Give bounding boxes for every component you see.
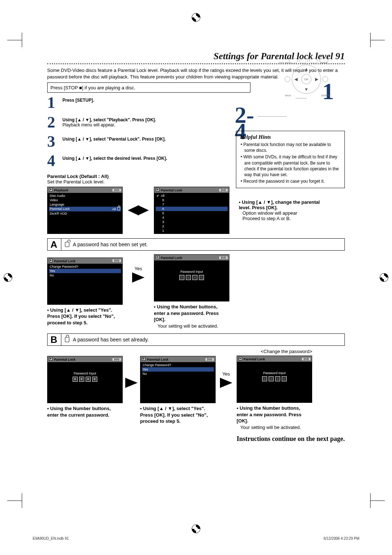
manual-page: Settings for Parental lock level 91 Some… [33,15,359,457]
crop-mark [370,33,385,47]
playback-icon [238,357,242,360]
check-icon: ✔ [156,194,159,198]
playback-icon [156,255,159,259]
osd-title: Parental Lock [54,358,75,361]
step-header-box: Press [STOP ■] if you are playing a disc… [47,82,250,93]
helpful-hints-box: Helpful Hints Parental lock function may… [236,131,345,188]
dpad-right-icon: ▶ [315,77,318,82]
remote-diagram: 1 2-4 ▲ ▼ ◀ ▶ OK DISC [236,51,345,123]
step-title: Press [SETUP]. [62,98,94,103]
section-a-header: A A password has not been set yet. [47,238,345,251]
pw-digit: - [179,275,184,280]
crop-mark [370,493,385,508]
bidirectional-arrow-icon [126,205,151,215]
osd-level: 3 [156,220,228,224]
locked-icon [65,337,69,342]
osd-title: Parental Lock [161,189,182,192]
caption-b2: • Using [▲ / ▼], select "Yes". Press [OK… [140,405,216,425]
playback-icon [142,357,146,361]
side-note: • Using [▲ / ▼], change the parental lev… [239,199,330,221]
crop-mark [7,33,22,47]
pw-digit: - [282,376,287,381]
osd-item: DivX® VOD [49,211,121,216]
callout-line [258,116,287,117]
pw-digit: - [262,376,267,381]
remote-ok-button: OK [301,74,311,84]
step-title: Using [▲ / ▼], select "Parental Lock". P… [62,137,166,142]
osd-yes-selected: Yes [49,269,121,273]
osd-row-main: Playback DVD Disc Audio Video Language P… [47,187,345,234]
step-number: 1 [47,96,62,109]
osd-item: Language [49,202,121,207]
step-note: Playback menu will appear. [62,122,115,127]
callout-line [296,98,307,98]
osd-yes-selected: Yes [142,367,214,372]
section-b-title: A password has been set already. [73,337,149,343]
playback-icon [49,357,53,361]
helpful-hints-title: Helpful Hints [240,134,341,140]
unlocked-icon [65,242,69,247]
osd-level: 5 [156,211,228,215]
remote-back-button [285,76,290,82]
osd-title: Parental Lock [147,358,168,361]
arrow-right-icon: Yes [217,378,235,388]
osd-heading: Change Password? [49,264,121,269]
step-header-text: Press [STOP ■] if you are playing a disc… [50,85,135,90]
osd-heading: Change Password? [142,363,214,367]
remote-disc-menu-label: DISC MENU [279,62,291,64]
registration-mark [380,273,388,282]
arrow-yes-label: Yes [222,371,230,377]
osd-level: 1 [156,228,228,233]
pw-digit: ✳ [92,377,97,382]
osd-title: Parental Lock [161,256,182,260]
next-page-note: Instructions continue on the next page. [47,435,345,443]
section-a-title: A password has not been set yet. [73,242,148,247]
footer-filename: E9A90UD_EN.indb 91 [33,536,69,540]
playback-icon [156,188,159,191]
osd-dvd-badge: DVD [113,189,121,191]
osd-dvd-badge: DVD [219,189,228,191]
remote-setup-label: SETUP [320,62,327,64]
section-letter: B [50,334,61,345]
pw-digit: ✳ [73,377,78,382]
arrow-yes-label: Yes [134,266,142,271]
footer-timestamp: 6/12/2006 4:23:29 PM [324,536,359,540]
caption-b3: • Using the Number buttons, enter a new … [237,405,312,430]
osd-level-selected: 6 [156,207,228,211]
osd-pw-label: Password Input [238,362,310,375]
pw-digit: - [269,376,274,381]
osd-item: Disc Audio [49,194,121,198]
caption-b1: • Using the Number buttons, enter the cu… [47,405,123,418]
osd-level: ✔All [156,194,228,198]
remote-button [309,58,318,63]
hint-item: Record the password in case you forget i… [240,178,341,184]
arrow-right-icon [124,378,139,388]
remote-display-button [322,76,328,82]
lock-icon [117,207,120,210]
osd-item: Video [49,198,121,202]
hint-item: With some DVDs, it may be difficult to f… [240,154,341,178]
osd-level: 8 [156,198,228,202]
step-title: Using [▲ / ▼], select the desired level.… [62,156,167,161]
osd-title: Parental Lock [244,357,265,361]
registration-mark [192,524,200,533]
osd-parental-levels: Parental Lock DVD ✔All 8 7 6 5 4 3 2 1 [154,187,229,234]
dpad-up-icon: ▲ [304,66,309,72]
dpad-down-icon: ▼ [304,87,309,92]
caption-a1: • Using [▲ / ▼], select "Yes". Press [OK… [47,307,123,326]
osd-pw-label: Password Input [49,363,121,375]
osd-level: 7 [156,202,228,207]
steps-list: 1 Press [SETUP]. 2 Using [▲ / ▼], select… [47,96,250,167]
section-b-header: B A password has been set already. [47,333,345,346]
remote-button [299,58,308,63]
osd-pw-label: Password Input [156,261,228,274]
osd-change-password-b: Parental Lock DVD Change Password? Yes N… [140,356,216,403]
step-3: 3 Using [▲ / ▼], select "Parental Lock".… [47,135,250,148]
osd-password-input-new: Parental Lock DVD Password Input - - - - [237,356,312,403]
registration-mark [4,273,12,282]
playback-icon [49,188,53,191]
playback-icon [49,259,53,262]
page-footer: E9A90UD_EN.indb 91 6/12/2006 4:23:29 PM [33,536,359,540]
caption-a2: • Using the Number buttons, enter a new … [154,304,229,329]
osd-playback: Playback DVD Disc Audio Video Language P… [47,187,123,234]
